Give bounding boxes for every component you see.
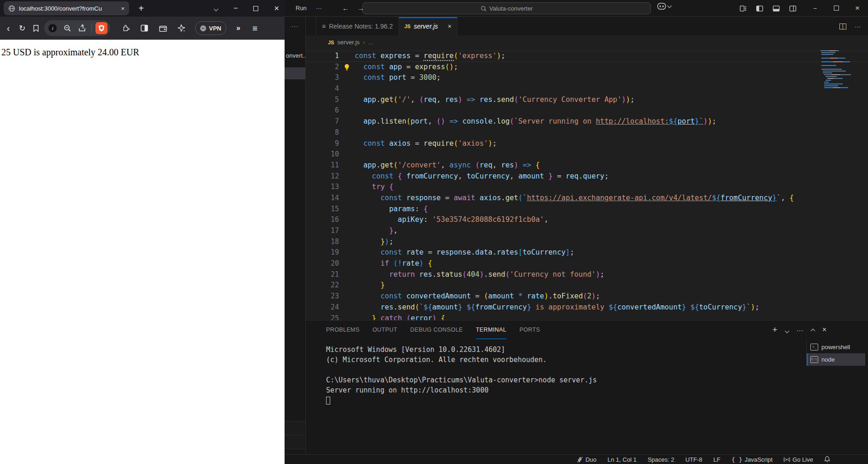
code-line[interactable]: 20 if (!rate) { [306, 258, 868, 269]
terminal-body[interactable]: Microsoft Windows [Version 10.0.22631.46… [306, 339, 803, 454]
code-line[interactable]: 10 [306, 149, 868, 160]
code-line[interactable]: 25 } catch (error) { [306, 313, 868, 321]
code-line[interactable]: 6 [306, 105, 868, 116]
code-line[interactable]: 2 const app = express(); [306, 62, 868, 73]
tab-close-icon[interactable]: × [448, 23, 452, 30]
go-live-button[interactable]: Go Live [784, 456, 813, 463]
site-info-icon[interactable]: i [47, 23, 58, 34]
new-tab-button[interactable]: + [136, 3, 147, 14]
maximize-panel-icon[interactable] [811, 326, 814, 334]
sidebar-toggle-icon[interactable] [139, 23, 150, 34]
editor-actions-icon[interactable]: ··· [855, 23, 861, 30]
sidebar-overflow-icon[interactable]: ··· [285, 17, 305, 36]
sidebar-section-row[interactable] [285, 421, 305, 435]
code-line[interactable]: 8 [306, 127, 868, 138]
panel-tab-problems[interactable]: PROBLEMS [326, 321, 360, 339]
nav-back-icon[interactable]: ← [342, 4, 349, 12]
browser-menu-icon[interactable]: ≡ [250, 23, 261, 34]
code-line[interactable]: 14 const response = await axios.get(`htt… [306, 193, 868, 204]
new-terminal-icon[interactable]: + [773, 325, 778, 335]
tab-label: server.js [414, 23, 438, 30]
toggle-panel-icon[interactable] [773, 5, 780, 12]
code-line[interactable]: 17 }, [306, 226, 868, 237]
share-icon[interactable] [77, 23, 88, 34]
duo-status-item[interactable]: Duo [577, 456, 596, 463]
encoding[interactable]: UTF-8 [685, 456, 702, 463]
panel-tab-ports[interactable]: PORTS [519, 321, 540, 339]
copilot-button[interactable] [657, 3, 671, 10]
toggle-secondary-sidebar-icon[interactable] [789, 5, 797, 12]
toggle-sidebar-icon[interactable] [756, 5, 763, 12]
toolbar-overflow-icon[interactable]: » [233, 23, 244, 34]
code-editor[interactable]: 1const express = require('express');2 co… [306, 49, 868, 320]
notifications-bell-icon[interactable] [824, 456, 830, 463]
tab-server-js[interactable]: JS server.js × [399, 17, 458, 36]
code-line[interactable]: 9 const axios = require('axios'); [306, 138, 868, 149]
browser-viewport[interactable]: 25 USD is approximately 24.00 EUR [0, 40, 285, 464]
split-editor-icon[interactable] [839, 24, 846, 30]
vscode-minimize-button[interactable]: − [804, 0, 826, 17]
code-line[interactable]: 5 app.get('/', (req, res) => res.send('C… [306, 95, 868, 106]
breadcrumb-more[interactable]: ... [368, 39, 373, 46]
zoom-out-icon[interactable] [62, 23, 73, 34]
vscode-maximize-button[interactable] [826, 0, 847, 17]
code-line[interactable]: 21 return res.status(404).send('Currency… [306, 269, 868, 280]
terminal-profile-chevron-icon[interactable] [785, 326, 789, 334]
code-line[interactable]: 19 const rate = response.data.rates[toCu… [306, 247, 868, 258]
code-line[interactable]: 23 const convertedAmount = (amount * rat… [306, 291, 868, 302]
panel-more-icon[interactable]: ··· [797, 326, 803, 334]
browser-minimize-button[interactable]: − [233, 4, 238, 12]
browser-close-button[interactable]: × [274, 4, 279, 13]
vscode-close-button[interactable]: × [847, 0, 868, 17]
copilot-chevron-icon [667, 3, 672, 8]
code-line[interactable]: 4 [306, 83, 868, 95]
breadcrumb-file[interactable]: server.js [337, 39, 359, 46]
indentation[interactable]: Spaces: 2 [648, 456, 674, 463]
breadcrumb[interactable]: JS server.js › ... [306, 36, 868, 49]
brave-shields-icon[interactable] [95, 22, 107, 34]
code-line[interactable]: 3 const port = 3000; [306, 72, 868, 83]
reload-icon[interactable]: ↻ [17, 23, 28, 34]
tab-close-icon[interactable]: × [121, 5, 125, 12]
browser-maximize-button[interactable] [253, 6, 258, 11]
panel-tab-debug-console[interactable]: DEBUG CONSOLE [410, 321, 463, 339]
command-center-search[interactable]: Valuta-converter [363, 2, 651, 14]
sidebar-selected-item[interactable] [285, 67, 305, 79]
menu-overflow-icon[interactable]: ··· [311, 5, 327, 12]
sidebar-section-row[interactable] [285, 435, 305, 449]
terminal-session-powershell[interactable]: >_powershell [807, 341, 865, 353]
wallet-icon[interactable] [157, 23, 168, 34]
bookmark-icon[interactable] [30, 23, 42, 34]
tab-search-icon[interactable] [214, 4, 218, 12]
code-line[interactable]: 12 const { fromCurrency, toCurrency, amo… [306, 171, 868, 182]
panel-tab-terminal[interactable]: TERMINAL [476, 321, 506, 339]
code-line[interactable]: 16 apiKey: '53e3574c28088c6192f1cb0a', [306, 214, 868, 226]
leo-ai-icon[interactable] [176, 23, 187, 34]
code-line[interactable]: 7 app.listen(port, () => console.log(`Se… [306, 116, 868, 127]
back-icon[interactable]: ‹ [3, 23, 14, 34]
browser-tab[interactable]: localhost:3000/convert?fromCu × [4, 1, 129, 15]
code-line[interactable]: 13 try { [306, 182, 868, 193]
code-line[interactable]: 1const express = require('express'); [306, 51, 868, 62]
customize-layout-icon[interactable] [740, 5, 747, 12]
explorer-sidebar[interactable]: ··· onvert... [285, 17, 306, 454]
cursor-position[interactable]: Ln 1, Col 1 [607, 456, 636, 463]
minimap[interactable] [819, 49, 863, 90]
code-line[interactable]: 11 app.get('/convert', async (req, res) … [306, 160, 868, 171]
eol-sequence[interactable]: LF [713, 456, 720, 463]
close-panel-icon[interactable]: × [822, 326, 826, 334]
language-mode[interactable]: { } JavaScript [731, 456, 773, 463]
code-line[interactable]: 15 params: { [306, 204, 868, 215]
sidebar-sections [285, 421, 305, 454]
menu-run[interactable]: Run [291, 5, 311, 12]
terminal-session-node[interactable]: C:\node [807, 353, 865, 366]
extensions-icon[interactable] [120, 23, 131, 34]
code-line[interactable]: 24 res.send(`${amount} ${fromCurrency} i… [306, 302, 868, 313]
tab-release-notes[interactable]: ≡ Release Notes: 1.96.2 [316, 17, 399, 36]
code-line[interactable]: 22 } [306, 280, 868, 291]
sidebar-folder-label[interactable]: onvert... [285, 52, 305, 59]
vpn-button[interactable]: − VPN [195, 21, 226, 35]
panel-tab-output[interactable]: OUTPUT [373, 321, 398, 339]
lightbulb-icon[interactable] [339, 62, 355, 73]
code-line[interactable]: 18 }); [306, 237, 868, 248]
